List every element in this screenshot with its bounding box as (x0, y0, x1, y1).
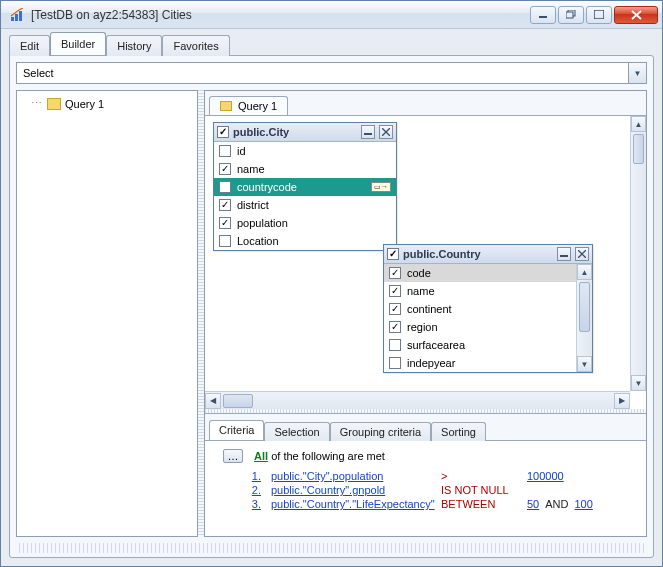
scroll-left-icon[interactable]: ◀ (205, 393, 221, 409)
column-name: name (237, 163, 265, 175)
table-minimize-icon[interactable] (361, 125, 375, 139)
criteria-quantifier[interactable]: All (254, 450, 268, 462)
table-column-row[interactable]: region (384, 318, 576, 336)
diagram-canvas[interactable]: public.Cityidnamecountrycode▭→districtpo… (205, 116, 630, 391)
criteria-options-button[interactable]: … (223, 449, 243, 463)
close-button[interactable] (614, 6, 658, 24)
column-name: name (407, 285, 435, 297)
table-column-row[interactable]: Location (214, 232, 396, 250)
criteria-field[interactable]: public."City".population (271, 470, 441, 482)
column-checkbox[interactable] (219, 235, 231, 247)
criteria-operator[interactable]: BETWEEN (441, 498, 527, 510)
criteria-body: … All of the following are met 1.public.… (205, 440, 646, 536)
column-checkbox[interactable] (219, 181, 231, 193)
titlebar: [TestDB on ayz2:54383] Cities (1, 1, 662, 29)
query-tabrow: Query 1 (205, 91, 646, 115)
table-column-row[interactable]: district (214, 196, 396, 214)
column-checkbox[interactable] (389, 357, 401, 369)
scroll-right-icon[interactable]: ▶ (614, 393, 630, 409)
criteria-joiner: AND (545, 498, 568, 510)
tab-history[interactable]: History (106, 35, 162, 56)
column-checkbox[interactable] (219, 199, 231, 211)
table-columns: codenamecontinentregionsurfaceareaindepy… (384, 264, 592, 372)
criteria-tab-sorting[interactable]: Sorting (431, 422, 486, 441)
column-checkbox[interactable] (389, 303, 401, 315)
maximize-button[interactable] (586, 6, 612, 24)
table-column-row[interactable]: countrycode▭→ (214, 178, 396, 196)
column-checkbox[interactable] (219, 163, 231, 175)
window-title: [TestDB on ayz2:54383] Cities (29, 8, 530, 22)
column-checkbox[interactable] (219, 145, 231, 157)
query-tree[interactable]: ⋯ Query 1 (16, 90, 198, 537)
tree-item-query[interactable]: ⋯ Query 1 (21, 95, 193, 112)
criteria-row-number[interactable]: 1. (241, 470, 261, 482)
column-checkbox[interactable] (389, 267, 401, 279)
table-column-row[interactable]: indepyear (384, 354, 576, 372)
table-column-row[interactable]: continent (384, 300, 576, 318)
criteria-row-number[interactable]: 2. (241, 484, 261, 496)
svg-rect-3 (539, 16, 547, 18)
resize-grip[interactable] (16, 543, 647, 553)
table-column-row[interactable]: surfacearea (384, 336, 576, 354)
criteria-tab-criteria[interactable]: Criteria (209, 420, 264, 440)
column-checkbox[interactable] (219, 217, 231, 229)
criteria-panel: CriteriaSelectionGrouping criteriaSortin… (205, 413, 646, 536)
table-column-row[interactable]: name (384, 282, 576, 300)
table-titlebar[interactable]: public.Country (384, 245, 592, 264)
criteria-row-number[interactable]: 3. (241, 498, 261, 510)
table-column-row[interactable]: id (214, 142, 396, 160)
table-column-row[interactable]: name (214, 160, 396, 178)
statement-type-select[interactable]: Select ▼ (16, 62, 647, 84)
tab-favorites[interactable]: Favorites (162, 35, 229, 56)
table-select-all-checkbox[interactable] (217, 126, 229, 138)
svg-rect-9 (364, 133, 372, 135)
diagram-vscrollbar[interactable]: ▲ ▼ (630, 116, 646, 391)
column-name: surfacearea (407, 339, 465, 351)
app-window: [TestDB on ayz2:54383] Cities EditBuilde… (0, 0, 663, 567)
criteria-value[interactable]: 100000 (527, 470, 564, 482)
svg-rect-6 (594, 10, 604, 19)
diagram-hscrollbar[interactable]: ◀ ▶ (205, 391, 630, 409)
column-checkbox[interactable] (389, 339, 401, 351)
column-checkbox[interactable] (389, 321, 401, 333)
scroll-down-icon[interactable]: ▼ (631, 375, 646, 391)
builder-panel: Query 1 public.Cityidnamecountrycode▭→di… (204, 90, 647, 537)
criteria-operator[interactable]: IS NOT NULL (441, 484, 527, 496)
scroll-thumb[interactable] (223, 394, 253, 408)
tab-builder[interactable]: Builder (50, 32, 106, 55)
svg-rect-1 (15, 14, 18, 21)
table-vscrollbar[interactable]: ▲▼ (576, 264, 592, 372)
criteria-row: 3.public."Country"."LifeExpectancy"BETWE… (213, 497, 638, 511)
app-icon (9, 7, 25, 23)
criteria-tab-grouping-criteria[interactable]: Grouping criteria (330, 422, 431, 441)
table-column-row[interactable]: population (214, 214, 396, 232)
scroll-up-icon[interactable]: ▲ (631, 116, 646, 132)
criteria-quantifier-suffix: of the following are met (271, 450, 385, 462)
table-select-all-checkbox[interactable] (387, 248, 399, 260)
column-name: Location (237, 235, 279, 247)
scroll-up-icon[interactable]: ▲ (577, 264, 592, 280)
column-checkbox[interactable] (389, 285, 401, 297)
scroll-down-icon[interactable]: ▼ (577, 356, 592, 372)
criteria-field[interactable]: public."Country".gnpold (271, 484, 441, 496)
criteria-field[interactable]: public."Country"."LifeExpectancy" (271, 498, 441, 510)
criteria-value[interactable]: 50 (527, 498, 539, 510)
criteria-operator[interactable]: > (441, 470, 527, 482)
criteria-value[interactable]: 100 (574, 498, 592, 510)
scroll-thumb[interactable] (579, 282, 590, 332)
scroll-thumb[interactable] (633, 134, 644, 164)
table-titlebar[interactable]: public.City (214, 123, 396, 142)
restore-button[interactable] (558, 6, 584, 24)
table-close-icon[interactable] (379, 125, 393, 139)
tab-edit[interactable]: Edit (9, 35, 50, 56)
table-city[interactable]: public.Cityidnamecountrycode▭→districtpo… (213, 122, 397, 251)
criteria-tab-selection[interactable]: Selection (264, 422, 329, 441)
tab-query[interactable]: Query 1 (209, 96, 288, 115)
minimize-button[interactable] (530, 6, 556, 24)
table-column-row[interactable]: code (384, 264, 576, 282)
query-icon (220, 101, 232, 111)
table-minimize-icon[interactable] (557, 247, 571, 261)
table-close-icon[interactable] (575, 247, 589, 261)
table-country[interactable]: public.Countrycodenamecontinentregionsur… (383, 244, 593, 373)
svg-rect-5 (566, 12, 573, 18)
